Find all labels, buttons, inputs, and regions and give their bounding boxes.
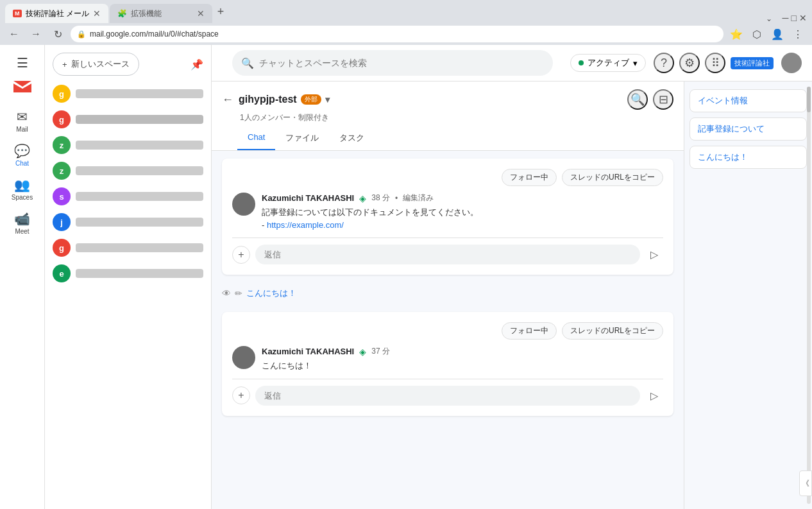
avatar-z1: z (53, 136, 71, 154)
thread2-actions: フォロー中 スレッドのURLをコピー (232, 322, 663, 340)
mail-label: Mail (16, 126, 28, 133)
messages-container: フォロー中 スレッドのURLをコピー Kazumichi TAKAHASHI ◈… (212, 151, 684, 509)
right-sidebar-article-button[interactable]: 記事登録について (689, 117, 807, 141)
addr-right-icons: ⭐ ⬡ 👤 ⋮ (727, 25, 807, 43)
thread1-link[interactable]: https://example.com/ (267, 220, 344, 230)
item-name-z2 (76, 166, 203, 175)
right-sidebar-hello-button[interactable]: こんにちは！ (689, 146, 807, 169)
new-space-button[interactable]: + 新しいスペース (53, 53, 139, 76)
thread1-reply-area: + ▷ (232, 237, 663, 264)
sidebar-item-e1[interactable]: e (45, 261, 211, 286)
sidebar-item-z2[interactable]: z (45, 158, 211, 184)
icon-bar-meet[interactable]: 📹 Meet (3, 207, 42, 239)
avatar-g2: g (53, 110, 71, 128)
extensions-icon[interactable]: ⬡ (748, 25, 766, 43)
thread2-label-line[interactable]: 👁 ✏ こんにちは！ (222, 288, 673, 299)
thread1-copy-url-button[interactable]: スレッドのURLをコピー (562, 169, 663, 186)
chat-search-button[interactable]: 🔍 (627, 89, 648, 110)
chat-header-top: ← gihypjp-test 外部 ▾ 🔍 ⊟ (222, 89, 673, 110)
thread2-message: Kazumichi TAKAHASHI ◈ 37 分 こんにちは！ (232, 346, 663, 372)
avatar-g3: g (53, 239, 71, 257)
item-name-g1 (76, 89, 203, 98)
close-button[interactable]: ✕ (799, 13, 807, 23)
sidebar-item-z1[interactable]: z (45, 132, 211, 158)
apps-button[interactable]: ⠿ (705, 53, 725, 73)
sidebar-item-g3[interactable]: g (45, 235, 211, 261)
scrollbar-thumb[interactable] (807, 87, 811, 112)
thread1-content: Kazumichi TAKAHASHI ◈ 38 分 • 編集済み 記事登録につ… (262, 193, 663, 231)
right-sidebar: イベント情報 記事登録について こんにちは！ 《 (684, 82, 812, 509)
mail-icon: ✉ (17, 109, 28, 125)
icon-bar-chat[interactable]: 💬 Chat (3, 139, 42, 171)
meet-label: Meet (15, 228, 29, 235)
back-button[interactable]: ← (222, 93, 233, 107)
sidebar-item-s1[interactable]: s (45, 184, 211, 209)
tab2-close[interactable]: ✕ (197, 9, 205, 18)
forward-nav-button[interactable]: → (27, 25, 45, 43)
profile-icon[interactable]: 👤 (768, 25, 786, 43)
thread2-add-button[interactable]: + (232, 386, 250, 404)
user-avatar[interactable] (781, 53, 802, 73)
thread2-send-button[interactable]: ▷ (645, 386, 663, 404)
tab-overflow-button[interactable]: ⌄ (761, 14, 777, 23)
chat-icon: 💬 (14, 143, 30, 159)
thread2-header: Kazumichi TAKAHASHI ◈ 37 分 (262, 346, 663, 357)
thread1-message: Kazumichi TAKAHASHI ◈ 38 分 • 編集済み 記事登録につ… (232, 193, 663, 231)
status-arrow-icon: ▾ (633, 58, 638, 68)
icon-bar-mail[interactable]: ✉ Mail (3, 105, 42, 137)
thread2-reply-input[interactable] (255, 386, 640, 406)
chat-layout-button[interactable]: ⊟ (653, 89, 673, 110)
search-input[interactable] (259, 58, 544, 68)
thread1-send-button[interactable]: ▷ (645, 246, 663, 264)
thread1-follow-button[interactable]: フォロー中 (502, 169, 557, 186)
thread1-avatar (232, 193, 255, 216)
sidebar-item-j1[interactable]: j (45, 209, 211, 235)
browser-menu-button[interactable]: ⋮ (789, 25, 807, 43)
address-field[interactable]: 🔒 mail.google.com/mail/u/0/#chat/space (71, 26, 723, 42)
tab-tasks[interactable]: タスク (329, 127, 375, 150)
chat-label: Chat (15, 160, 29, 167)
tab-chat[interactable]: Chat (237, 127, 275, 150)
bookmark-star-icon[interactable]: ⭐ (727, 25, 745, 43)
gmail-logo (13, 81, 31, 98)
item-name-j1 (76, 218, 203, 227)
help-button[interactable]: ? (654, 53, 674, 73)
sidebar-item-g2[interactable]: g (45, 107, 211, 132)
icon-bar: ☰ ✉ Mail 💬 Chat 👥 Spaces 📹 Meet (0, 45, 45, 509)
chat-subtitle: 1人のメンバー・制限付き (240, 112, 673, 123)
thread1-actions: フォロー中 スレッドのURLをコピー (232, 169, 663, 186)
tab1-favicon: M (13, 10, 22, 17)
sidebar-list: g g z z s j (45, 81, 211, 509)
thread1-reply-input[interactable] (255, 245, 640, 264)
refresh-nav-button[interactable]: ↻ (49, 25, 67, 43)
tab-2[interactable]: 🧩 拡張機能 ✕ (110, 4, 212, 23)
tab-1[interactable]: M 技術評論社 メール ✕ (5, 4, 108, 23)
sidebar-item-g1[interactable]: g (45, 81, 211, 107)
thread2-follow-button[interactable]: フォロー中 (502, 322, 557, 340)
thread1-add-button[interactable]: + (232, 246, 250, 264)
pin-icon[interactable]: 📌 (190, 58, 203, 71)
minimize-button[interactable]: ─ (782, 13, 789, 23)
new-tab-button[interactable]: + (212, 5, 230, 19)
item-name-e1 (76, 269, 203, 278)
back-nav-button[interactable]: ← (5, 25, 23, 43)
collapse-sidebar-arrow[interactable]: 《 (799, 470, 812, 496)
maximize-button[interactable]: □ (791, 13, 797, 23)
tab1-close[interactable]: ✕ (93, 9, 101, 18)
thread1-header: Kazumichi TAKAHASHI ◈ 38 分 • 編集済み (262, 193, 663, 203)
thread2-content: Kazumichi TAKAHASHI ◈ 37 分 こんにちは！ (262, 346, 663, 372)
thread2-copy-url-button[interactable]: スレッドのURLをコピー (562, 322, 663, 340)
status-pill[interactable]: アクティブ ▾ (570, 54, 646, 72)
chat-header: ← gihypjp-test 外部 ▾ 🔍 ⊟ 1人のメンバー・制限付き Cha… (212, 82, 684, 151)
right-sidebar-event-button[interactable]: イベント情報 (689, 89, 807, 112)
icon-bar-spaces[interactable]: 👥 Spaces (3, 173, 42, 205)
hamburger-icon[interactable]: ☰ (12, 50, 33, 76)
tab-files[interactable]: ファイル (275, 127, 329, 150)
dropdown-arrow-icon[interactable]: ▾ (325, 94, 330, 105)
chat-area: ← gihypjp-test 外部 ▾ 🔍 ⊟ 1人のメンバー・制限付き Cha… (212, 82, 812, 509)
thread1-name: Kazumichi TAKAHASHI (262, 193, 354, 203)
chat-tabs: Chat ファイル タスク (237, 127, 673, 150)
settings-button[interactable]: ⚙ (679, 53, 700, 73)
top-bar-icons: ? ⚙ ⠿ 技術評論社 (654, 53, 802, 73)
item-name-s1 (76, 192, 203, 201)
